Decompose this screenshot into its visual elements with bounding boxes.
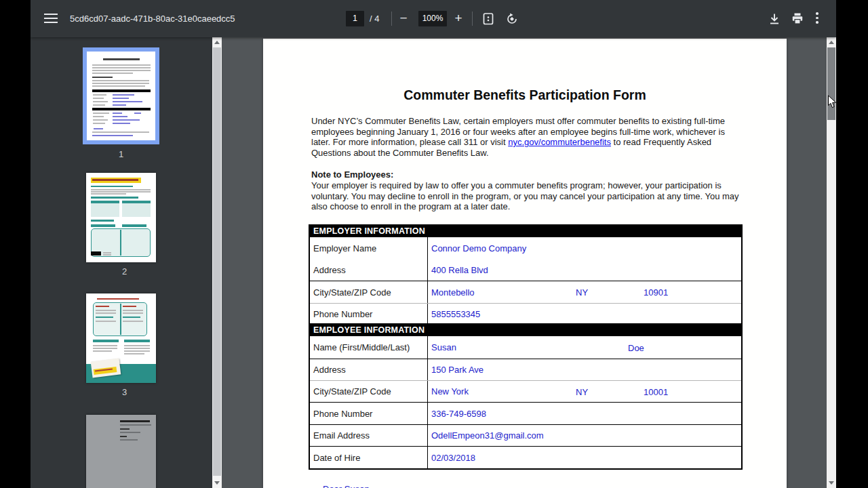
print-icon[interactable]: [791, 12, 804, 26]
download-icon[interactable]: [768, 12, 781, 26]
field-value-state: NY: [576, 287, 588, 298]
toolbar-divider: [472, 12, 473, 26]
field-value: Connor Demo Company: [431, 243, 526, 253]
table-row: Email Address OdellEmpeon31@gmail.com: [310, 424, 741, 446]
table-row: City/State/ZIP Code New York NY 10001: [310, 380, 741, 402]
scroll-up-icon[interactable]: [214, 41, 220, 44]
note-body: Your employer is required by law to offe…: [311, 180, 741, 212]
zoom-level-input[interactable]: 100%: [418, 11, 447, 26]
field-label: Name (First/Middle/Last): [310, 336, 427, 359]
mouse-cursor: [827, 95, 837, 112]
page-thumbnail-4[interactable]: [86, 415, 156, 488]
sidebar-scrollbar[interactable]: [212, 37, 222, 488]
field-value-zip: 10901: [644, 287, 668, 298]
pdf-page-1: Commuter Benefits Participation Form Und…: [263, 39, 787, 488]
sidebar-scrollbar-thumb[interactable]: [213, 47, 221, 476]
employee-table-header: EMPLOYEE INFORMATION: [310, 325, 741, 336]
field-label: Phone Number: [310, 403, 427, 424]
scroll-down-icon[interactable]: [214, 481, 220, 485]
field-label: City/State/ZIP Code: [310, 281, 427, 303]
table-row: Name (First/Middle/Last) Susan Doe: [310, 336, 741, 359]
table-row: Date of Hire 02/03/2018: [310, 446, 741, 468]
commuter-benefits-link[interactable]: nyc.gov/commuterbenefits: [508, 137, 611, 147]
thumbnail-label-2: 2: [86, 266, 163, 277]
field-value: 400 Rella Blvd: [431, 265, 488, 275]
field-label: Address: [310, 359, 427, 380]
field-value-city: New York: [431, 386, 469, 396]
field-label: Address: [313, 265, 346, 275]
page-thumbnail-3[interactable]: [86, 293, 156, 383]
field-value: OdellEmpeon31@gmail.com: [427, 425, 741, 446]
field-label: Phone Number: [310, 304, 427, 325]
intro-paragraph: Under NYC’s Commuter Benefits Law, certa…: [311, 116, 741, 159]
field-value-city: Montebello: [431, 287, 475, 298]
field-value: 5855553345: [427, 304, 741, 325]
toolbar-divider: [391, 12, 392, 26]
zoom-out-button[interactable]: −: [394, 9, 413, 28]
field-value-zip: 10001: [644, 386, 668, 396]
page-thumbnail-1[interactable]: [83, 47, 159, 144]
page-thumbnail-2[interactable]: [86, 173, 156, 262]
field-value: 02/03/2018: [427, 447, 741, 468]
zoom-in-button[interactable]: +: [449, 9, 468, 28]
table-row: Phone Number 5855553345: [310, 303, 741, 325]
field-value-first-name: Susan: [431, 342, 456, 352]
table-row: City/State/ZIP Code Montebello NY 10901: [310, 281, 741, 303]
employee-information-table: EMPLOYEE INFORMATION Name (First/Middle/…: [309, 323, 743, 470]
pdf-toolbar: 5cd6cd07-aadc-471b-80ac-31e0caeedcc5 1 /…: [31, 0, 836, 37]
field-label: Date of Hire: [310, 447, 427, 468]
form-title: Commuter Benefits Participation Form: [263, 87, 787, 103]
employer-information-table: EMPLOYER INFORMATION Employer Name Addre…: [309, 224, 743, 326]
field-value: 336-749-6598: [427, 403, 741, 424]
table-row: Phone Number 336-749-6598: [310, 402, 741, 424]
field-label: Email Address: [310, 425, 427, 446]
table-row: Employer Name Address Connor Demo Compan…: [310, 237, 741, 281]
page-count-label: / 4: [370, 11, 379, 26]
scroll-down-icon[interactable]: [829, 481, 834, 485]
fit-to-page-icon[interactable]: [481, 12, 495, 26]
thumbnail-sidebar: 1 2: [31, 37, 212, 488]
field-value: 150 Park Ave: [427, 359, 741, 380]
field-label: City/State/ZIP Code: [310, 381, 427, 402]
thumbnail-label-3: 3: [86, 387, 163, 397]
table-row: Address 150 Park Ave: [310, 359, 741, 380]
thumbnail-label-1: 1: [83, 149, 159, 159]
document-filename: 5cd6cd07-aadc-471b-80ac-31e0caeedcc5: [70, 0, 235, 37]
partial-greeting-text: Dear Susan: [323, 484, 370, 488]
page-number-input[interactable]: 1: [346, 11, 364, 26]
menu-icon[interactable]: [44, 14, 58, 23]
field-value-last-name: Doe: [628, 342, 644, 352]
field-value-state: NY: [576, 386, 588, 396]
more-options-icon[interactable]: [815, 12, 819, 26]
employer-table-header: EMPLOYER INFORMATION: [310, 226, 741, 237]
document-viewport: Commuter Benefits Participation Form Und…: [222, 37, 827, 488]
field-label: Employer Name: [313, 243, 376, 253]
pdf-viewer-window: 5cd6cd07-aadc-471b-80ac-31e0caeedcc5 1 /…: [31, 0, 836, 488]
scroll-up-icon[interactable]: [829, 41, 834, 44]
rotate-icon[interactable]: [505, 12, 519, 26]
note-heading: Note to Employees:: [311, 169, 741, 180]
